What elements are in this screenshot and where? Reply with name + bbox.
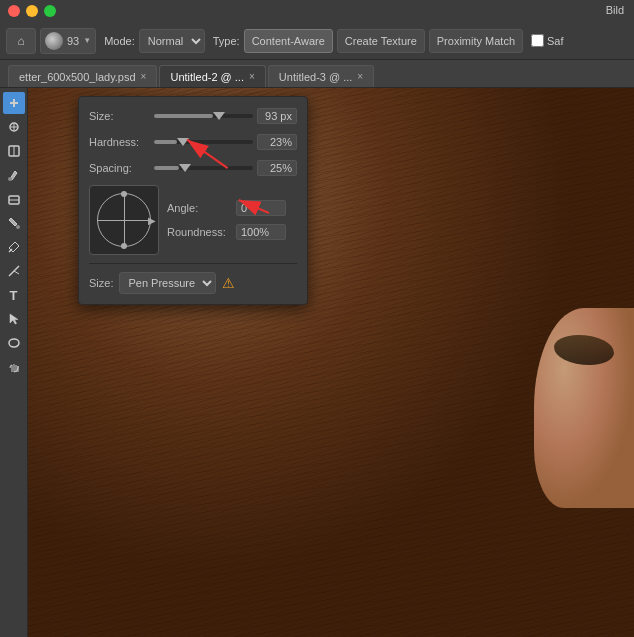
hand-tool[interactable] — [3, 356, 25, 378]
angle-value[interactable]: 0° — [236, 200, 286, 216]
svg-point-7 — [8, 177, 12, 181]
traffic-lights — [8, 5, 56, 17]
maximize-button[interactable] — [44, 5, 56, 17]
mode-select[interactable]: Normal — [139, 29, 205, 53]
brush-popup-panel: Size: 93 px Hardness: — [78, 96, 308, 305]
hardness-slider[interactable] — [154, 133, 253, 151]
brush-preview-canvas: ▶ — [89, 185, 159, 255]
size-thumb[interactable] — [213, 112, 225, 120]
eyedrop-tool[interactable] — [3, 236, 25, 258]
content-aware-button[interactable]: Content-Aware — [244, 29, 333, 53]
text-tool-letter: T — [10, 288, 18, 303]
hardness-fill — [154, 140, 177, 144]
fill-icon — [7, 216, 21, 230]
size-track — [154, 114, 253, 118]
sample-label: Saf — [547, 35, 564, 47]
select-tool[interactable] — [3, 308, 25, 330]
spot-heal-icon — [7, 120, 21, 134]
spacing-slider[interactable] — [154, 159, 253, 177]
minimize-button[interactable] — [26, 5, 38, 17]
hardness-value[interactable]: 23% — [257, 134, 297, 150]
circle-dot-top[interactable] — [121, 191, 127, 197]
app-title: Bild — [606, 4, 624, 16]
size-popup-label: Size: — [89, 110, 154, 122]
lasso-icon — [7, 336, 21, 350]
tab-psd-label: etter_600x500_lady.psd — [19, 71, 136, 83]
size-value[interactable]: 93 px — [257, 108, 297, 124]
brush-circle-shape: ▶ — [97, 193, 151, 247]
hardness-popup-label: Hardness: — [89, 136, 154, 148]
angle-row: Angle: 0° — [167, 200, 286, 216]
hardness-track — [154, 140, 253, 144]
angle-label: Angle: — [167, 202, 232, 214]
main-toolbar: ⌂ 93 ▼ Mode: Normal Type: Content-Aware … — [0, 22, 634, 60]
svg-point-14 — [9, 339, 19, 347]
hand-icon — [7, 360, 21, 374]
spacing-thumb[interactable] — [179, 164, 191, 172]
tab-untitled3-close[interactable]: × — [357, 71, 363, 82]
canvas-area[interactable]: Size: 93 px Hardness: — [28, 88, 634, 637]
brush-size-display: 93 — [67, 35, 79, 47]
tab-untitled3[interactable]: Untitled-3 @ ... × — [268, 65, 374, 87]
size-pressure-row: Size: Pen Pressure ⚠ — [89, 263, 297, 294]
svg-point-10 — [16, 225, 20, 229]
patch-icon — [7, 144, 21, 158]
fill-tool[interactable] — [3, 212, 25, 234]
brush-icon — [7, 168, 21, 182]
tab-untitled3-label: Untitled-3 @ ... — [279, 71, 353, 83]
spacing-fill — [154, 166, 179, 170]
sample-all-layers[interactable]: Saf — [531, 34, 564, 47]
lasso-tool[interactable] — [3, 332, 25, 354]
tab-psd[interactable]: etter_600x500_lady.psd × — [8, 65, 157, 87]
path-icon — [7, 264, 21, 278]
close-button[interactable] — [8, 5, 20, 17]
tab-untitled2-label: Untitled-2 @ ... — [170, 71, 244, 83]
title-bar: Bild — [0, 0, 634, 22]
circle-dot-bottom[interactable] — [121, 243, 127, 249]
crosshair-vertical — [124, 194, 125, 246]
mode-label: Mode: — [104, 35, 135, 47]
eyedrop-icon — [7, 240, 21, 254]
spacing-popup-label: Spacing: — [89, 162, 154, 174]
hardness-thumb[interactable] — [177, 138, 189, 146]
tabs-bar: etter_600x500_lady.psd × Untitled-2 @ ..… — [0, 60, 634, 88]
sample-checkbox[interactable] — [531, 34, 544, 47]
brush-preview-section: ▶ Angle: 0° Roundness: 100% — [89, 185, 297, 255]
svg-rect-1 — [13, 99, 15, 107]
svg-line-13 — [14, 271, 19, 274]
heal-tool[interactable] — [3, 92, 25, 114]
spot-heal-tool[interactable] — [3, 116, 25, 138]
angle-roundness-group: Angle: 0° Roundness: 100% — [167, 185, 286, 255]
hardness-row: Hardness: 23% — [89, 133, 297, 151]
eraser-tool[interactable] — [3, 188, 25, 210]
home-button[interactable]: ⌂ — [6, 28, 36, 54]
spacing-row: Spacing: 25% — [89, 159, 297, 177]
size-fill — [154, 114, 213, 118]
size-pressure-label: Size: — [89, 277, 113, 289]
roundness-row: Roundness: 100% — [167, 224, 286, 240]
proximity-match-button[interactable]: Proximity Match — [429, 29, 523, 53]
spacing-value[interactable]: 25% — [257, 160, 297, 176]
type-label: Type: — [213, 35, 240, 47]
tab-untitled2-close[interactable]: × — [249, 71, 255, 82]
tab-untitled2[interactable]: Untitled-2 @ ... × — [159, 65, 265, 87]
create-texture-button[interactable]: Create Texture — [337, 29, 425, 53]
patch-tool[interactable] — [3, 140, 25, 162]
home-icon: ⌂ — [17, 34, 24, 48]
heal-icon — [7, 96, 21, 110]
path-tool[interactable] — [3, 260, 25, 282]
left-toolbar: T — [0, 88, 28, 637]
size-row: Size: 93 px — [89, 107, 297, 125]
brush-tool[interactable] — [3, 164, 25, 186]
text-tool[interactable]: T — [3, 284, 25, 306]
roundness-value[interactable]: 100% — [236, 224, 286, 240]
size-pressure-select[interactable]: Pen Pressure — [119, 272, 216, 294]
tab-psd-close[interactable]: × — [141, 71, 147, 82]
circle-arrow-right-icon: ▶ — [148, 215, 156, 226]
eraser-icon — [7, 192, 21, 206]
brush-preview-icon — [45, 32, 63, 50]
warning-icon: ⚠ — [222, 275, 235, 291]
brush-dropdown-icon: ▼ — [83, 36, 91, 45]
brush-selector[interactable]: 93 ▼ — [40, 28, 96, 54]
size-slider[interactable] — [154, 107, 253, 125]
